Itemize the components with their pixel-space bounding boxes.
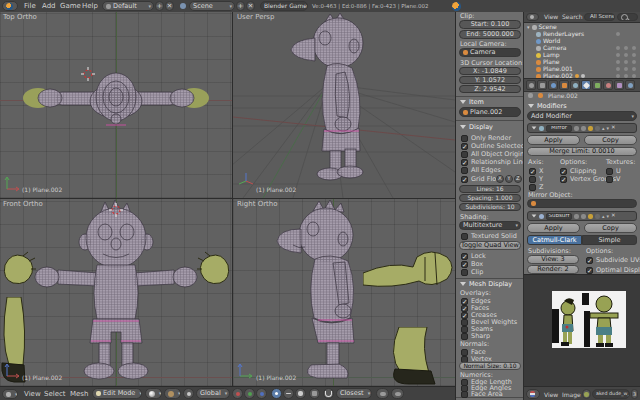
mirror-object-field[interactable] xyxy=(527,199,637,208)
scale-manipulator-button[interactable] xyxy=(256,388,267,399)
tab-constraints[interactable] xyxy=(570,80,580,90)
viewport-front-ortho[interactable]: Front Ortho (1) Plane.002 xyxy=(0,199,232,386)
editmode-toggle-icon[interactable] xyxy=(588,214,593,219)
cage-toggle-icon[interactable] xyxy=(595,214,600,219)
engine-dropdown[interactable]: Blender Game▾ xyxy=(260,1,308,11)
snap-toggle-button[interactable] xyxy=(323,388,334,399)
quad-lock-checkbox[interactable]: Lock xyxy=(461,252,486,260)
image-editor[interactable]: ▾ View Image aked dude_w_shorts_s 3 xyxy=(524,274,640,400)
cursor-y-field[interactable]: Y: 1.0572 xyxy=(459,76,521,84)
quad-clip-checkbox[interactable]: Clip xyxy=(461,268,483,276)
mirror-modifier-header[interactable]: Mirror ▴ ▾ ✕ xyxy=(527,123,637,133)
pivot-dropdown[interactable]: ▾ xyxy=(164,388,181,399)
tab-texture[interactable] xyxy=(614,80,624,90)
image-datablock-field[interactable]: aked dude_w_shorts_s xyxy=(592,389,630,399)
face-select-button[interactable] xyxy=(295,388,306,399)
add-modifier-dropdown[interactable]: Add Modifier▾ xyxy=(527,111,637,121)
image-menu-view[interactable]: View xyxy=(544,392,558,398)
selectability-icon[interactable] xyxy=(624,67,628,71)
merge-limit-slider[interactable]: Merge Limit: 0.0010 xyxy=(527,147,637,156)
image-icon-chip[interactable] xyxy=(582,389,591,399)
scenes-filter-dropdown[interactable]: All Scenes xyxy=(584,13,615,21)
mirror-x-checkbox[interactable]: X xyxy=(529,167,543,175)
expand-icon[interactable]: ▾ xyxy=(527,25,530,30)
grid-axis-z-button[interactable]: Z xyxy=(514,175,522,183)
outline-selected-checkbox[interactable]: Outline Selected xyxy=(461,142,524,150)
subdivide-uvs-checkbox[interactable]: Subdivide UVs xyxy=(586,256,640,264)
eye-icon[interactable] xyxy=(581,126,586,131)
render-toggle-icon[interactable] xyxy=(574,214,579,219)
orientation-dropdown[interactable]: Global▾ xyxy=(196,388,230,399)
clipping-checkbox[interactable]: Clipping xyxy=(560,167,596,175)
viewport-splitter-v[interactable] xyxy=(232,12,233,386)
modifier-name-field[interactable]: Mirror xyxy=(546,125,572,132)
tab-object-data[interactable] xyxy=(592,80,602,90)
grid-axis-y-button[interactable]: Y xyxy=(505,175,513,183)
grid-axis-x-button[interactable]: X xyxy=(496,175,504,183)
item-panel-header[interactable]: Item xyxy=(460,99,484,106)
subsurf-render-field[interactable]: Render: 2 xyxy=(527,265,579,274)
overlay-sharp-checkbox[interactable]: Sharp xyxy=(461,332,490,340)
menu-add[interactable]: Add xyxy=(42,3,56,10)
outliner-menu-search[interactable]: Search xyxy=(562,14,583,20)
image-users-count[interactable]: 3 xyxy=(631,389,638,399)
move-up-icon[interactable]: ▴ xyxy=(602,126,605,131)
selectability-icon[interactable] xyxy=(624,60,628,64)
quad-box-checkbox[interactable]: Box xyxy=(461,260,483,268)
subsurf-view-field[interactable]: View: 3 xyxy=(527,255,579,264)
viewport-right-ortho[interactable]: Right Ortho (1) Plane.002 xyxy=(233,199,455,386)
add-scene-button[interactable]: + xyxy=(236,1,245,11)
editmode-toggle-icon[interactable] xyxy=(588,126,593,131)
menu-game[interactable]: Game xyxy=(60,3,81,10)
menu-help[interactable]: Help xyxy=(82,3,98,10)
catmull-clark-button[interactable]: Catmull-Clark xyxy=(527,235,582,245)
all-edges-checkbox[interactable]: All Edges xyxy=(461,166,501,174)
optimal-display-checkbox[interactable]: Optimal Display xyxy=(586,266,640,274)
tab-world[interactable] xyxy=(548,80,558,90)
outliner-editor-type-button[interactable]: ▾ xyxy=(526,13,539,21)
mode-dropdown[interactable]: Edit Mode▾ xyxy=(92,388,142,399)
clip-end-field[interactable]: End: 5000.000 xyxy=(459,30,521,39)
viewport-menu-select[interactable]: Select xyxy=(44,391,66,398)
delete-layout-button[interactable]: ✕ xyxy=(165,1,174,11)
relationship-lines-checkbox[interactable]: Relationship Lines xyxy=(461,158,524,166)
renderability-icon[interactable] xyxy=(632,60,636,64)
mirror-u-checkbox[interactable]: U xyxy=(606,167,621,175)
move-down-icon[interactable]: ▾ xyxy=(607,214,610,219)
manipulator-toggle-button[interactable] xyxy=(183,388,194,399)
mirror-z-checkbox[interactable]: Z xyxy=(529,183,543,191)
viewport-user-persp[interactable]: User Persp (1) Plane.002 xyxy=(233,12,455,198)
renderability-icon[interactable] xyxy=(632,46,636,50)
cage-toggle-icon[interactable] xyxy=(595,126,600,131)
image-menu-image[interactable]: Image xyxy=(562,392,581,398)
normal-size-field[interactable]: Normal Size: 0.10 xyxy=(459,362,521,370)
shading-dropdown[interactable]: Multitexture▾ xyxy=(459,221,521,230)
add-layout-button[interactable]: + xyxy=(155,1,164,11)
toggle-quad-view-button[interactable]: Toggle Quad View xyxy=(459,241,521,250)
mirror-copy-button[interactable]: Copy xyxy=(584,135,637,145)
only-render-checkbox[interactable]: Only Render xyxy=(461,134,511,142)
menu-file[interactable]: File xyxy=(24,3,36,10)
render-opengl-anim-button[interactable] xyxy=(391,388,404,399)
tab-physics[interactable] xyxy=(625,80,635,90)
screen-layout-dropdown[interactable]: Default▾ xyxy=(102,1,154,11)
render-toggle-icon[interactable] xyxy=(616,32,620,36)
translate-manipulator-button[interactable] xyxy=(232,388,243,399)
close-icon[interactable]: ✕ xyxy=(611,213,616,219)
mirror-apply-button[interactable]: Apply xyxy=(527,135,580,145)
mirror-y-checkbox[interactable]: Y xyxy=(529,175,543,183)
viewport-editor-type-button[interactable]: ▾ xyxy=(2,389,18,399)
mesh-display-panel-header[interactable]: Mesh Display xyxy=(460,281,512,288)
delete-scene-button[interactable]: ✕ xyxy=(246,1,255,11)
visibility-icon[interactable] xyxy=(616,53,620,57)
tab-render[interactable] xyxy=(526,80,536,90)
edge-select-button[interactable] xyxy=(283,388,294,399)
selectability-icon[interactable] xyxy=(624,46,628,50)
limit-to-visible-button[interactable] xyxy=(309,388,320,399)
eye-icon[interactable] xyxy=(581,214,586,219)
renderability-icon[interactable] xyxy=(632,67,636,71)
selectability-icon[interactable] xyxy=(624,53,628,57)
mirror-v-checkbox[interactable]: V xyxy=(606,175,620,183)
rotate-manipulator-button[interactable] xyxy=(244,388,255,399)
textured-solid-checkbox[interactable]: Textured Solid xyxy=(461,232,517,240)
